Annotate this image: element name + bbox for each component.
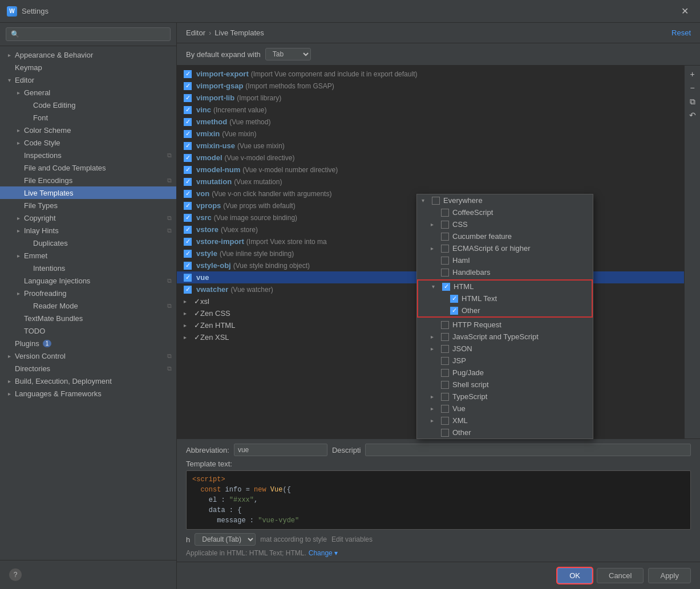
abbreviation-input[interactable] <box>234 444 327 456</box>
popup-item-html-text[interactable]: ✓ HTML Text <box>418 293 592 304</box>
undo-template-button[interactable]: ↶ <box>686 109 699 121</box>
popup-item-html[interactable]: ▾ ✓ HTML <box>418 281 592 293</box>
copy-template-button[interactable]: ⧉ <box>686 95 699 108</box>
sidebar-item-color-scheme[interactable]: Color Scheme <box>0 124 176 136</box>
checkbox-vstore-import[interactable]: ✓ <box>184 238 192 246</box>
checkbox-vimport-export[interactable]: ✓ <box>184 70 192 78</box>
checkbox-zen-css[interactable]: ✓ <box>194 309 200 318</box>
checkbox-zen-html[interactable]: ✓ <box>194 321 200 330</box>
expand-match-select[interactable]: Default (Tab) <box>195 533 256 546</box>
checkbox-vue[interactable]: ✓ <box>184 274 192 282</box>
checkbox-vmixin-use[interactable]: ✓ <box>184 142 192 150</box>
popup-item-typescript[interactable]: ▸ TypeScript <box>417 391 593 403</box>
popup-item-javascript[interactable]: ▸ JavaScript and TypeScript <box>417 331 593 343</box>
sidebar-item-languages[interactable]: Languages & Frameworks <box>0 387 176 400</box>
sidebar-item-code-style[interactable]: Code Style <box>0 136 176 149</box>
sidebar-item-file-code-templates[interactable]: File and Code Templates <box>0 161 176 174</box>
checkbox-vimport-lib[interactable]: ✓ <box>184 94 192 102</box>
checkbox-vwatcher[interactable]: ✓ <box>184 286 192 294</box>
popup-item-vue-popup[interactable]: ▸ Vue <box>417 403 593 415</box>
popup-item-haml[interactable]: Haml <box>417 254 593 266</box>
sidebar-item-directories[interactable]: Directories ⧉ <box>0 362 176 375</box>
popup-item-handlebars[interactable]: Handlebars <box>417 266 593 278</box>
checkbox-vstyle[interactable]: ✓ <box>184 250 192 258</box>
cancel-button[interactable]: Cancel <box>597 568 644 583</box>
popup-checkbox-json[interactable] <box>441 345 449 353</box>
template-item-vinc[interactable]: ✓ vinc (Increment value) <box>177 104 684 116</box>
popup-checkbox-other-html[interactable]: ✓ <box>450 307 458 315</box>
popup-item-other-html[interactable]: ✓ Other <box>418 304 592 316</box>
sidebar-item-inspections[interactable]: Inspections ⧉ <box>0 149 176 161</box>
popup-checkbox-ecmascript[interactable] <box>441 245 449 253</box>
popup-item-shell[interactable]: Shell script <box>417 379 593 391</box>
close-button[interactable]: ✕ <box>677 3 693 19</box>
popup-item-jsp[interactable]: JSP <box>417 355 593 367</box>
description-input[interactable] <box>365 444 691 456</box>
remove-template-button[interactable]: − <box>686 82 699 94</box>
popup-item-json[interactable]: ▸ JSON <box>417 343 593 355</box>
popup-item-css[interactable]: ▸ CSS <box>417 218 593 230</box>
popup-item-cucumber[interactable]: Cucumber feature <box>417 230 593 242</box>
popup-checkbox-other2[interactable] <box>441 429 449 437</box>
popup-item-other2[interactable]: Other <box>417 426 593 438</box>
sidebar-item-editor[interactable]: Editor <box>0 74 176 86</box>
popup-checkbox-pug[interactable] <box>441 369 449 377</box>
template-item-vimport-gsap[interactable]: ✓ vimport-gsap (Import methods from GSAP… <box>177 80 684 92</box>
edit-variables-btn[interactable]: Edit variables <box>331 535 373 543</box>
popup-checkbox-haml[interactable] <box>441 257 449 265</box>
change-applicable-button[interactable]: Change ▾ <box>309 549 338 557</box>
checkbox-xsl[interactable]: ✓ <box>194 297 200 306</box>
sidebar-item-keymap[interactable]: Keymap <box>0 61 176 74</box>
popup-item-everywhere[interactable]: ▾ Everywhere <box>417 194 593 206</box>
checkbox-vstore[interactable]: ✓ <box>184 226 192 234</box>
checkbox-von[interactable]: ✓ <box>184 190 192 198</box>
template-item-vmixin-use[interactable]: ✓ vmixin-use (Vue use mixin) <box>177 140 684 152</box>
popup-checkbox-everywhere[interactable] <box>432 197 440 205</box>
template-item-vimport-export[interactable]: ✓ vimport-export (Import Vue component a… <box>177 68 684 80</box>
sidebar-item-version-control[interactable]: Version Control ⧉ <box>0 350 176 362</box>
code-editor[interactable]: <script> const info = new Vue({ el : "#x… <box>186 470 691 530</box>
checkbox-vmutation[interactable]: ✓ <box>184 178 192 186</box>
popup-checkbox-shell[interactable] <box>441 381 449 389</box>
checkbox-vmodel[interactable]: ✓ <box>184 154 192 162</box>
popup-checkbox-cucumber[interactable] <box>441 233 449 241</box>
sidebar-item-inlay-hints[interactable]: Inlay Hints ⧉ <box>0 224 176 237</box>
template-item-vmodel-num[interactable]: ✓ vmodel-num (Vue v-model number directi… <box>177 164 684 176</box>
template-item-vmixin[interactable]: ✓ vmixin (Vue mixin) <box>177 128 684 140</box>
popup-checkbox-html-text[interactable]: ✓ <box>450 295 458 303</box>
checkbox-vprops[interactable]: ✓ <box>184 202 192 210</box>
add-template-button[interactable]: + <box>686 68 699 80</box>
popup-checkbox-javascript[interactable] <box>441 333 449 341</box>
sidebar-item-live-templates[interactable]: Live Templates <box>0 186 176 199</box>
template-item-vmethod[interactable]: ✓ vmethod (Vue method) <box>177 116 684 128</box>
popup-item-coffeescript[interactable]: CoffeeScript <box>417 206 593 218</box>
popup-checkbox-typescript[interactable] <box>441 393 449 401</box>
popup-checkbox-css[interactable] <box>441 221 449 229</box>
checkbox-vmodel-num[interactable]: ✓ <box>184 166 192 174</box>
expand-default-select[interactable]: Tab Enter Space <box>265 48 311 60</box>
template-item-vmodel[interactable]: ✓ vmodel (Vue v-model directive) <box>177 152 684 164</box>
sidebar-item-todo[interactable]: TODO <box>0 324 176 337</box>
search-input[interactable] <box>6 27 171 41</box>
sidebar-item-code-editing[interactable]: Code Editing <box>0 99 176 111</box>
popup-checkbox-jsp[interactable] <box>441 357 449 365</box>
sidebar-item-appearance[interactable]: Appearance & Behavior <box>0 48 176 61</box>
sidebar-item-file-encodings[interactable]: File Encodings ⧉ <box>0 174 176 186</box>
sidebar-item-file-types[interactable]: File Types <box>0 199 176 212</box>
ok-button[interactable]: OK <box>557 568 592 583</box>
popup-checkbox-handlebars[interactable] <box>441 269 449 277</box>
sidebar-item-plugins[interactable]: Plugins 1 <box>0 337 176 350</box>
popup-checkbox-coffeescript[interactable] <box>441 209 449 217</box>
popup-item-xml[interactable]: ▸ XML <box>417 415 593 426</box>
sidebar-item-reader-mode[interactable]: Reader Mode ⧉ <box>0 299 176 312</box>
sidebar-item-font[interactable]: Font <box>0 111 176 124</box>
popup-item-ecmascript[interactable]: ▸ ECMAScript 6 or higher <box>417 242 593 254</box>
checkbox-vimport-gsap[interactable]: ✓ <box>184 82 192 90</box>
popup-item-http-request[interactable]: HTTP Request <box>417 319 593 331</box>
checkbox-zen-xsl[interactable]: ✓ <box>194 333 200 342</box>
apply-button[interactable]: Apply <box>648 568 691 583</box>
template-item-vmutation[interactable]: ✓ vmutation (Vuex mutation) <box>177 176 684 188</box>
sidebar-item-emmet[interactable]: Emmet <box>0 249 176 262</box>
help-button[interactable]: ? <box>9 568 22 581</box>
sidebar-item-build[interactable]: Build, Execution, Deployment <box>0 375 176 387</box>
